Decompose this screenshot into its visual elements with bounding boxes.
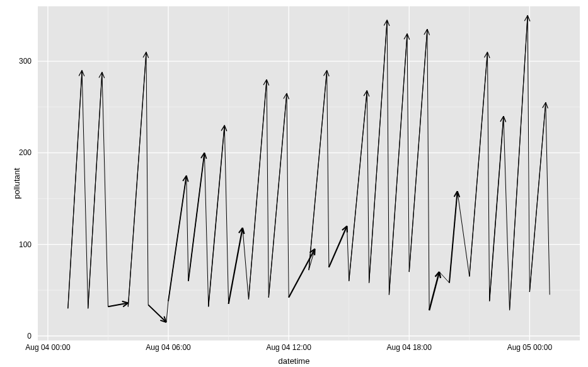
svg-line-43 [248,79,267,299]
svg-line-34 [188,153,204,281]
arrow [529,102,548,292]
x-tick-label: Aug 04 12:00 [266,343,311,352]
arrow [470,52,490,277]
arrow [309,71,329,271]
svg-line-58 [349,91,367,281]
arrow [409,29,429,272]
svg-line-55 [329,226,347,267]
arrow [148,305,166,322]
arrow [510,16,530,311]
svg-line-25 [128,52,146,307]
svg-line-16 [68,71,82,309]
x-tick-label: Aug 04 18:00 [387,343,432,352]
y-tick-label: 300 [19,57,32,66]
arrow [329,226,347,267]
arrow [88,73,105,309]
arrow [389,34,409,295]
x-tick-label: Aug 04 00:00 [25,343,70,352]
y-tick-label: 100 [19,240,32,249]
svg-line-24 [122,301,129,303]
chart-container: pollutant datetime 0100200300 Aug 04 00:… [0,0,588,367]
x-tick-label: Aug 04 06:00 [146,343,190,352]
y-tick-label: 0 [27,332,32,341]
svg-line-76 [470,52,488,277]
svg-line-19 [88,73,102,309]
arrow [229,228,245,304]
svg-line-82 [510,16,528,311]
arrow [168,176,188,301]
arrow [188,153,207,281]
arrow [68,71,84,309]
x-axis-label: datetime [279,356,310,366]
svg-line-70 [429,272,439,310]
plot-panel [38,6,580,341]
svg-line-61 [369,20,388,283]
arrow [248,79,268,299]
svg-line-64 [389,34,407,295]
svg-line-85 [529,102,545,292]
svg-line-73 [449,191,458,283]
svg-line-31 [168,176,187,301]
arrow [429,272,441,310]
x-axis-ticks: Aug 04 00:00Aug 04 06:00Aug 04 12:00Aug … [38,343,580,354]
svg-line-40 [229,228,243,304]
svg-line-79 [490,116,504,301]
arrow [268,93,289,298]
arrow [349,91,369,281]
arrow [108,301,128,307]
y-axis-ticks: 0100200300 [0,6,35,341]
arrow [449,191,459,283]
arrow [490,116,506,301]
svg-line-67 [409,29,427,272]
svg-line-28 [148,305,166,322]
arrow [128,52,148,307]
svg-line-46 [268,93,287,298]
svg-line-62 [387,20,389,26]
svg-line-52 [309,71,327,271]
x-tick-label: Aug 05 00:00 [507,343,552,352]
y-tick-label: 200 [19,148,32,157]
arrow [369,20,389,283]
